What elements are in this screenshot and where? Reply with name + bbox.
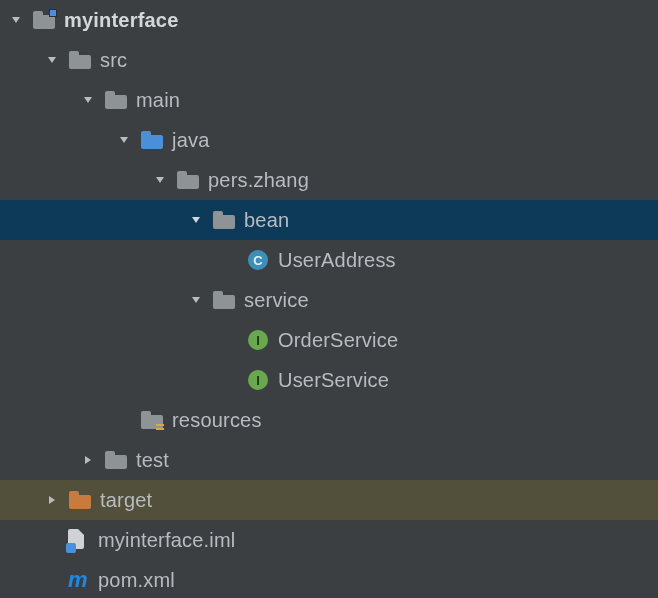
resources-folder-icon [140, 409, 164, 431]
interface-icon: I [248, 370, 268, 390]
tree-row-bean[interactable]: bean [0, 200, 658, 240]
chevron-down-icon[interactable] [4, 8, 28, 32]
tree-row-package[interactable]: pers.zhang [0, 160, 658, 200]
tree-row-java[interactable]: java [0, 120, 658, 160]
tree-label: bean [244, 209, 289, 232]
tree-row-interface[interactable]: I UserService [0, 360, 658, 400]
tree-row-resources[interactable]: resources [0, 400, 658, 440]
tree-row-service[interactable]: service [0, 280, 658, 320]
excluded-folder-icon [68, 489, 92, 511]
tree-row-interface[interactable]: I OrderService [0, 320, 658, 360]
tree-row-test[interactable]: test [0, 440, 658, 480]
tree-label: test [136, 449, 169, 472]
maven-icon: m [68, 569, 90, 591]
package-icon [212, 209, 236, 231]
tree-label: resources [172, 409, 262, 432]
chevron-right-icon[interactable] [76, 448, 100, 472]
module-folder-icon [32, 9, 56, 31]
tree-row-src[interactable]: src [0, 40, 658, 80]
tree-label: java [172, 129, 210, 152]
chevron-down-icon[interactable] [184, 288, 208, 312]
folder-icon [104, 89, 128, 111]
source-folder-icon [140, 129, 164, 151]
tree-row-pom[interactable]: m pom.xml [0, 560, 658, 598]
interface-icon: I [248, 330, 268, 350]
folder-icon [68, 49, 92, 71]
folder-icon [104, 449, 128, 471]
tree-row-target[interactable]: target [0, 480, 658, 520]
chevron-down-icon[interactable] [148, 168, 172, 192]
tree-label: src [100, 49, 127, 72]
tree-label: OrderService [278, 329, 398, 352]
chevron-down-icon[interactable] [40, 48, 64, 72]
tree-label: pers.zhang [208, 169, 309, 192]
tree-row-iml[interactable]: myinterface.iml [0, 520, 658, 560]
tree-label: myinterface.iml [98, 529, 235, 552]
chevron-down-icon[interactable] [184, 208, 208, 232]
tree-label: main [136, 89, 180, 112]
chevron-down-icon[interactable] [112, 128, 136, 152]
tree-row-main[interactable]: main [0, 80, 658, 120]
package-icon [176, 169, 200, 191]
tree-label: myinterface [64, 9, 178, 32]
tree-label: UserAddress [278, 249, 396, 272]
iml-file-icon [68, 529, 88, 551]
tree-label: pom.xml [98, 569, 175, 592]
chevron-right-icon[interactable] [40, 488, 64, 512]
tree-row-class[interactable]: C UserAddress [0, 240, 658, 280]
tree-label: target [100, 489, 152, 512]
tree-label: UserService [278, 369, 389, 392]
class-icon: C [248, 250, 268, 270]
tree-label: service [244, 289, 309, 312]
chevron-down-icon[interactable] [76, 88, 100, 112]
package-icon [212, 289, 236, 311]
tree-row-myinterface[interactable]: myinterface [0, 0, 658, 40]
project-tree: myinterface src main java [0, 0, 658, 598]
